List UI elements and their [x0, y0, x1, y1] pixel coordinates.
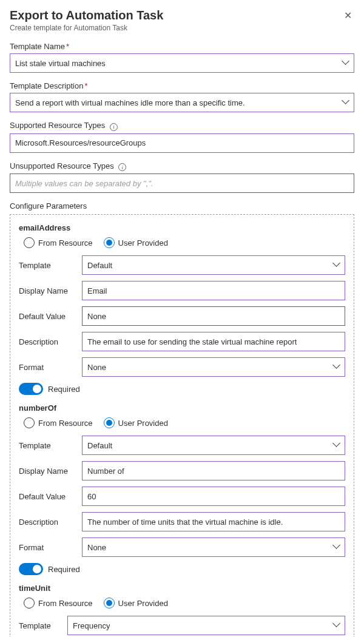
row-label-template: Template — [19, 261, 82, 270]
email-template-select[interactable]: Default — [82, 255, 345, 275]
radio-user-provided[interactable]: User Provided — [104, 237, 168, 248]
row-label-display-name: Display Name — [19, 286, 82, 295]
supported-types-label: Supported Resource Types i — [10, 121, 354, 131]
radio-from-resource[interactable]: From Resource — [24, 598, 93, 608]
numberof-format-select[interactable]: None — [82, 538, 345, 557]
chevron-down-icon — [343, 60, 349, 66]
template-description-input[interactable]: Send a report with virtual machines idle… — [10, 93, 354, 112]
template-name-input[interactable]: List stale virtual machines — [10, 53, 354, 73]
template-description-label: Template Description* — [10, 81, 354, 90]
timeunit-template-select[interactable]: Frequency — [67, 616, 345, 635]
numberof-display-name-input[interactable]: Number of — [82, 461, 345, 480]
row-label-template: Template — [19, 621, 67, 630]
row-label-default-value: Default Value — [19, 492, 82, 501]
chevron-down-icon — [334, 622, 340, 629]
unsupported-types-input[interactable]: Multiple values can be separated by ",". — [10, 174, 354, 193]
unsupported-types-label: Unsupported Resource Types i — [10, 161, 354, 172]
email-display-name-input[interactable]: Email — [82, 281, 345, 300]
row-label-format: Format — [19, 363, 82, 372]
radio-from-resource[interactable]: From Resource — [24, 417, 93, 428]
radio-user-provided[interactable]: User Provided — [104, 417, 168, 428]
row-label-description: Description — [19, 337, 82, 346]
parameters-container: emailAddress From Resource User Provided… — [10, 214, 354, 637]
panel-subtitle: Create template for Automation Task — [10, 24, 163, 32]
email-required-toggle[interactable] — [19, 383, 43, 395]
radio-user-provided[interactable]: User Provided — [104, 598, 168, 608]
row-label-format: Format — [19, 543, 82, 552]
required-asterisk-icon: * — [84, 81, 87, 90]
row-label-display-name: Display Name — [19, 467, 82, 476]
info-icon[interactable]: i — [118, 163, 126, 171]
chevron-down-icon — [334, 442, 340, 448]
row-label-template: Template — [19, 441, 82, 450]
chevron-down-icon — [334, 262, 340, 268]
email-default-value-input[interactable]: None — [82, 306, 345, 326]
template-name-label: Template Name* — [10, 42, 354, 51]
email-description-input[interactable]: The email to use for sending the stale v… — [82, 332, 345, 351]
close-icon[interactable]: ✕ — [342, 8, 354, 22]
numberof-template-select[interactable]: Default — [82, 436, 345, 455]
numberof-default-value-input[interactable]: 60 — [82, 487, 345, 506]
required-toggle-label: Required — [48, 565, 80, 574]
param-heading-timeunit: timeUnit — [19, 584, 345, 593]
chevron-down-icon — [343, 99, 349, 106]
param-heading-numberof: numberOf — [19, 403, 345, 413]
panel-title: Export to Automation Task — [10, 8, 163, 22]
numberof-description-input[interactable]: The number of time units that the virtua… — [82, 512, 345, 531]
radio-from-resource[interactable]: From Resource — [24, 237, 93, 248]
chevron-down-icon — [334, 364, 340, 370]
required-toggle-label: Required — [48, 385, 80, 394]
supported-types-input[interactable]: Microsoft.Resources/resourceGroups — [10, 133, 354, 153]
email-format-select[interactable]: None — [82, 357, 345, 377]
configure-parameters-heading: Configure Parameters — [10, 201, 354, 211]
required-asterisk-icon: * — [66, 42, 69, 51]
row-label-default-value: Default Value — [19, 312, 82, 321]
row-label-description: Description — [19, 517, 82, 527]
chevron-down-icon — [334, 544, 340, 550]
info-icon[interactable]: i — [110, 123, 118, 131]
numberof-required-toggle[interactable] — [19, 563, 43, 575]
param-heading-emailaddress: emailAddress — [19, 223, 345, 232]
